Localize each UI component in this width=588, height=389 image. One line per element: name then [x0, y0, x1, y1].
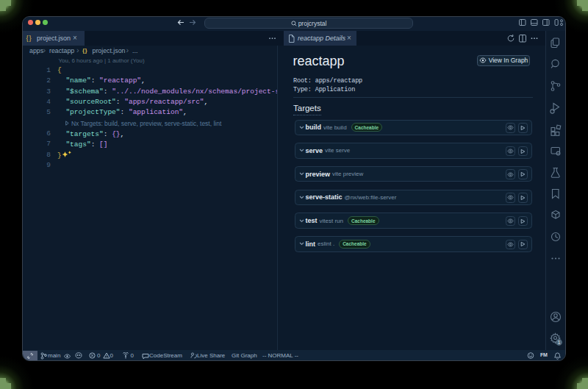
svg-text:1: 1 [558, 340, 561, 345]
